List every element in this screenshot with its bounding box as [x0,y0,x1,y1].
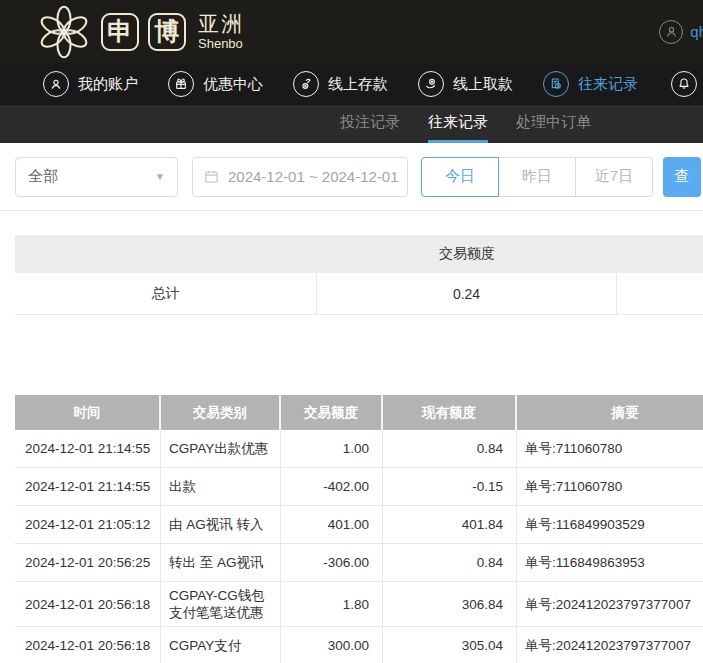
cell-balance: 401.84 [383,506,517,543]
cell-amount: 1.00 [281,430,383,467]
nav-label: 线上存款 [328,75,388,94]
cell-type: CGPAY-CG钱包支付笔笔送优惠 [161,582,281,626]
table-row: 2024-12-01 20:56:25 转出 至 AG视讯 -306.00 0.… [15,544,703,582]
user-avatar-icon [659,20,683,44]
cell-summary: 单号:202412023797377007 [517,582,703,626]
summary-table: 交易额度 总计 0.24 [15,235,703,315]
col-header-amount: 交易额度 [281,395,383,430]
type-select-value: 全部 [28,167,58,186]
username-text[interactable]: qh [690,23,703,40]
last7days-button[interactable]: 近7日 [575,157,653,197]
cell-balance: 305.04 [383,627,517,663]
nav-item-promotions[interactable]: 优惠中心 [168,71,263,97]
table-row: 2024-12-01 21:14:55 出款 -402.00 -0.15 单号:… [15,468,703,506]
quick-date-group: 今日 昨日 近7日 [421,157,653,197]
notifications-button[interactable] [671,71,697,97]
cell-time: 2024-12-01 21:14:55 [15,430,161,467]
cell-type: 由 AG视讯 转入 [161,506,281,543]
cell-type: 转出 至 AG视讯 [161,544,281,581]
nav-label: 优惠中心 [203,75,263,94]
records-icon [543,71,569,97]
date-range-input[interactable]: 2024-12-01 ~ 2024-12-01 [192,157,408,197]
brand-region: 亚洲 [198,13,244,35]
summary-total-row: 总计 0.24 [15,273,703,315]
yesterday-button[interactable]: 昨日 [498,157,576,197]
nav-label: 往来记录 [578,75,638,94]
bell-icon [671,71,697,97]
col-header-type: 交易类别 [161,395,281,430]
cell-balance: 0.84 [383,430,517,467]
brand-logo[interactable]: 申 博 亚洲 Shenbo [36,4,244,60]
cell-time: 2024-12-01 20:56:18 [15,627,161,663]
cell-balance: 0.84 [383,544,517,581]
cell-summary: 单号:711060780 [517,468,703,505]
col-header-summary: 摘要 [517,395,703,430]
table-row: 2024-12-01 20:56:18 CGPAY支付 300.00 305.0… [15,627,703,663]
tab-betting-records[interactable]: 投注记录 [340,105,400,143]
table-row: 2024-12-01 21:05:12 由 AG视讯 转入 401.00 401… [15,506,703,544]
summary-empty-cell [617,273,703,314]
table-row: 2024-12-01 21:14:55 CGPAY出款优惠 1.00 0.84 … [15,430,703,468]
table-row: 2024-12-01 20:56:18 CGPAY-CG钱包支付笔笔送优惠 1.… [15,582,703,627]
brand-text: 亚洲 Shenbo [198,13,244,51]
gift-icon [168,71,194,97]
type-select[interactable]: 全部 ▼ [15,157,178,197]
cell-amount: -306.00 [281,544,383,581]
cell-type: CGPAY支付 [161,627,281,663]
nav-item-transactions[interactable]: 往来记录 [543,71,638,97]
cell-summary: 单号:711060780 [517,430,703,467]
nav-item-deposit[interactable]: 线上存款 [293,71,388,97]
cell-time: 2024-12-01 20:56:25 [15,544,161,581]
col-header-time: 时间 [15,395,161,430]
today-button[interactable]: 今日 [421,157,499,197]
nav-item-my-account[interactable]: 我的账户 [43,71,138,97]
col-header-balance: 现有额度 [383,395,517,430]
user-icon [43,71,69,97]
cell-time: 2024-12-01 21:05:12 [15,506,161,543]
nav-label: 线上取款 [453,75,513,94]
cell-summary: 单号:116849903529 [517,506,703,543]
cell-type: 出款 [161,468,281,505]
nav-item-withdraw[interactable]: 线上取款 [418,71,513,97]
cell-summary: 单号:202412023797377007 [517,627,703,663]
cell-amount: 401.00 [281,506,383,543]
brand-subtitle: Shenbo [198,37,244,51]
cell-balance: -0.15 [383,468,517,505]
cell-type: CGPAY出款优惠 [161,430,281,467]
search-button[interactable]: 查 [663,157,701,197]
tab-processing-orders[interactable]: 处理中订单 [516,105,591,143]
brand-char-bo: 博 [148,13,186,51]
cell-time: 2024-12-01 20:56:18 [15,582,161,626]
nav-label: 我的账户 [78,75,138,94]
date-range-value: 2024-12-01 ~ 2024-12-01 [228,168,399,185]
record-subtabs: 投注记录 往来记录 处理中订单 [0,105,703,143]
main-nav: 我的账户 优惠中心 线上存款 线上取款 往来记录 [0,63,703,105]
top-header: 申 博 亚洲 Shenbo qh [0,0,703,63]
cell-balance: 306.84 [383,582,517,626]
summary-total-value: 0.24 [317,273,617,314]
chevron-down-icon: ▼ [155,171,165,182]
brand-char-shen: 申 [101,13,139,51]
withdraw-icon [418,71,444,97]
calendar-icon [203,168,220,185]
tab-transaction-records[interactable]: 往来记录 [428,105,488,143]
transaction-table: 时间 交易类别 交易额度 现有额度 摘要 2024-12-01 21:14:55… [15,395,703,663]
filter-bar: 全部 ▼ 2024-12-01 ~ 2024-12-01 今日 昨日 近7日 查 [0,143,703,211]
flower-logo-icon [36,4,92,60]
cell-amount: -402.00 [281,468,383,505]
summary-total-label: 总计 [15,273,317,314]
cell-amount: 1.80 [281,582,383,626]
user-account-area[interactable]: qh [659,20,703,44]
cell-amount: 300.00 [281,627,383,663]
deposit-icon [293,71,319,97]
summary-header-label: 交易额度 [317,245,617,263]
summary-header-row: 交易额度 [15,235,703,273]
cell-summary: 单号:116849863953 [517,544,703,581]
cell-time: 2024-12-01 21:14:55 [15,468,161,505]
table-header-row: 时间 交易类别 交易额度 现有额度 摘要 [15,395,703,430]
